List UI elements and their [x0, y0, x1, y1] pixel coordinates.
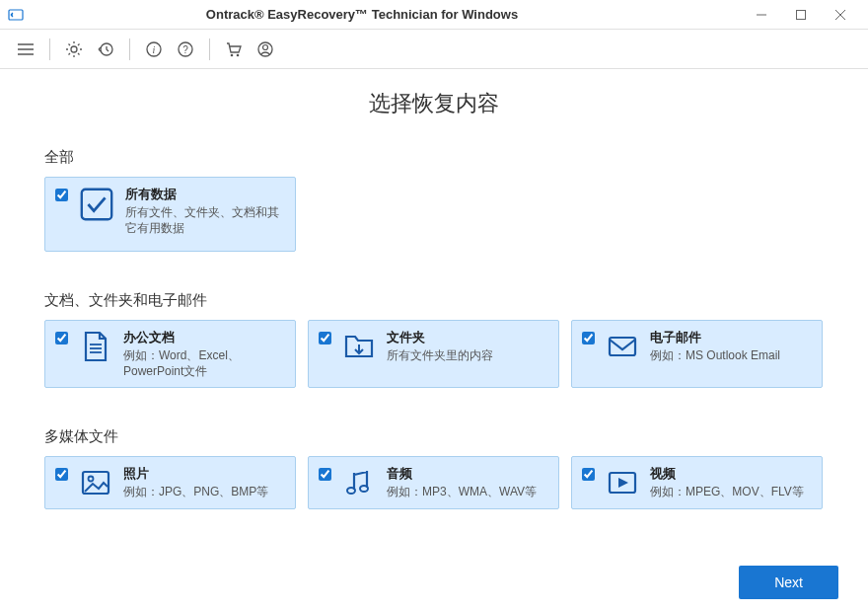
section-docs: 文档、文件夹和电子邮件 办公文档 例如：Word、Excel、PowerPoin… [44, 291, 824, 388]
window-controls [742, 1, 860, 29]
maximize-button[interactable] [781, 1, 821, 29]
svg-rect-2 [797, 10, 806, 19]
checkbox-folder[interactable] [319, 332, 331, 344]
card-desc: 例如：Word、Excel、PowerPoint文件 [123, 348, 285, 379]
info-button[interactable]: i [140, 36, 168, 63]
svg-point-8 [71, 46, 77, 52]
svg-text:?: ? [182, 44, 188, 55]
checkbox-all-data[interactable] [55, 189, 68, 201]
card-desc: 所有文件、文件夹、文档和其它有用数据 [125, 205, 285, 236]
svg-point-26 [360, 486, 368, 492]
card-title: 所有数据 [125, 186, 285, 203]
card-folder[interactable]: 文件夹 所有文件夹里的内容 [308, 320, 559, 388]
email-icon [605, 329, 640, 364]
window-title: Ontrack® EasyRecovery™ Technician for Wi… [0, 7, 742, 22]
svg-point-15 [237, 53, 240, 56]
section-label-all: 全部 [44, 148, 824, 167]
document-icon [78, 329, 113, 364]
page-title: 选择恢复内容 [44, 89, 824, 118]
checkbox-video[interactable] [582, 468, 595, 481]
card-video[interactable]: 视频 例如：MPEG、MOV、FLV等 [571, 456, 823, 509]
content-area: 选择恢复内容 全部 所有数据 所有文件、文件夹、文档和其它有用数据 文档、文件夹… [0, 69, 868, 553]
card-title: 文件夹 [387, 329, 548, 346]
card-office-docs[interactable]: 办公文档 例如：Word、Excel、PowerPoint文件 [44, 320, 296, 388]
card-title: 音频 [387, 465, 548, 483]
card-title: 电子邮件 [650, 329, 812, 346]
section-label-docs: 文档、文件夹和电子邮件 [44, 291, 824, 310]
card-title: 视频 [650, 465, 812, 483]
svg-text:i: i [153, 44, 156, 55]
menu-button[interactable] [12, 36, 39, 63]
next-button[interactable]: Next [739, 566, 838, 599]
card-email[interactable]: 电子邮件 例如：MS Outlook Email [571, 320, 823, 388]
divider [49, 38, 50, 60]
svg-point-14 [231, 53, 234, 56]
card-title: 照片 [123, 465, 285, 483]
audio-icon [341, 465, 377, 500]
svg-rect-22 [610, 338, 635, 355]
history-button[interactable] [92, 36, 119, 63]
card-desc: 例如：MPEG、MOV、FLV等 [650, 485, 812, 500]
svg-point-25 [347, 488, 355, 494]
card-all-data[interactable]: 所有数据 所有文件、文件夹、文档和其它有用数据 [44, 177, 296, 252]
section-all: 全部 所有数据 所有文件、文件夹、文档和其它有用数据 [44, 148, 824, 252]
svg-rect-18 [82, 190, 111, 219]
toolbar: i ? [0, 30, 868, 69]
card-desc: 例如：MP3、WMA、WAV等 [387, 485, 548, 500]
cart-button[interactable] [220, 36, 248, 63]
svg-point-24 [89, 477, 94, 482]
titlebar: Ontrack® EasyRecovery™ Technician for Wi… [0, 0, 868, 30]
checkbox-photo[interactable] [55, 468, 68, 481]
card-photo[interactable]: 照片 例如：JPG、PNG、BMP等 [44, 456, 296, 509]
checkbox-audio[interactable] [319, 468, 331, 481]
checkbox-email[interactable] [582, 332, 595, 344]
minimize-button[interactable] [742, 1, 781, 29]
card-title: 办公文档 [123, 329, 285, 346]
folder-icon [341, 329, 377, 364]
check-box-icon [78, 186, 115, 223]
card-desc: 例如：MS Outlook Email [650, 348, 812, 364]
section-media: 多媒体文件 照片 例如：JPG、PNG、BMP等 音频 例如： [44, 427, 824, 509]
card-desc: 例如：JPG、PNG、BMP等 [123, 485, 285, 500]
checkbox-office-docs[interactable] [55, 332, 68, 344]
card-audio[interactable]: 音频 例如：MP3、WMA、WAV等 [308, 456, 559, 509]
close-button[interactable] [821, 1, 860, 29]
footer: Next [0, 553, 868, 612]
divider [209, 38, 210, 60]
divider [129, 38, 130, 60]
photo-icon [78, 465, 113, 500]
help-button[interactable]: ? [172, 36, 199, 63]
section-label-media: 多媒体文件 [44, 427, 824, 446]
card-desc: 所有文件夹里的内容 [387, 348, 548, 364]
svg-point-17 [263, 44, 268, 49]
user-button[interactable] [252, 36, 279, 63]
video-icon [605, 465, 640, 500]
settings-button[interactable] [60, 36, 88, 63]
